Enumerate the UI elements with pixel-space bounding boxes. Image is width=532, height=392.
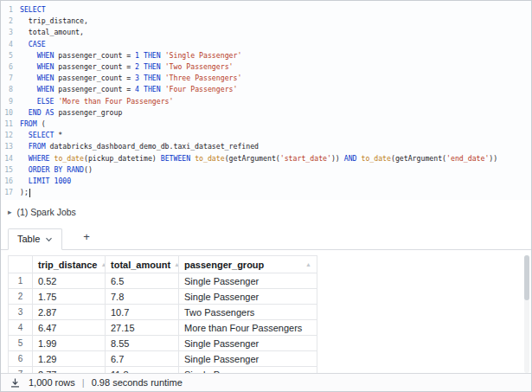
tab-table[interactable]: Table bbox=[8, 228, 62, 250]
runtime-text: 0.98 seconds runtime bbox=[92, 377, 183, 388]
table-cell: Single Passenger bbox=[179, 336, 317, 351]
table-cell: Single Passenger bbox=[179, 273, 317, 289]
column-header-passenger_group[interactable]: passenger_group▲ bbox=[179, 256, 317, 273]
results-tbody: 10.526.5Single Passenger21.757.8Single P… bbox=[9, 273, 317, 376]
line-number: 5 bbox=[1, 50, 20, 61]
line-number: 2 bbox=[1, 16, 20, 27]
sort-icon[interactable]: ▲ bbox=[305, 261, 311, 267]
row-number: 5 bbox=[9, 336, 33, 351]
line-number: 3 bbox=[1, 27, 20, 38]
scrollbar-thumb[interactable] bbox=[524, 255, 529, 300]
table-cell: 6.5 bbox=[106, 273, 179, 289]
tab-table-label: Table bbox=[17, 234, 40, 244]
code-line: 10 END AS passenger_group bbox=[1, 107, 531, 119]
line-number: 15 bbox=[1, 164, 20, 176]
download-icon[interactable] bbox=[10, 378, 20, 388]
code-line: 9 ELSE 'More than Four Passengers' bbox=[1, 96, 531, 107]
spark-jobs-toggle[interactable]: ▸ (1) Spark Jobs bbox=[8, 207, 531, 217]
line-number: 12 bbox=[1, 130, 20, 141]
table-row[interactable]: 10.526.5Single Passenger bbox=[9, 273, 317, 289]
line-number: 7 bbox=[1, 73, 20, 84]
column-label: total_amount bbox=[111, 260, 170, 270]
line-number: 16 bbox=[1, 176, 20, 187]
code-line: 12 SELECT * bbox=[1, 130, 531, 141]
sort-icon[interactable]: ▲ bbox=[100, 261, 105, 267]
vertical-scrollbar[interactable] bbox=[524, 255, 529, 373]
table-row[interactable]: 51.998.55Single Passenger bbox=[9, 336, 317, 351]
results-footer: 1,000 rows | 0.98 seconds runtime bbox=[1, 373, 531, 391]
row-number-header bbox=[9, 256, 33, 273]
row-number: 2 bbox=[9, 289, 33, 305]
table-cell: 1.29 bbox=[33, 351, 106, 367]
column-label: trip_distance bbox=[38, 260, 97, 270]
spark-jobs-label: (1) Spark Jobs bbox=[17, 207, 76, 217]
table-cell: 27.15 bbox=[106, 320, 179, 336]
code-line: 14 WHERE to_date(pickup_datetime) BETWEE… bbox=[1, 153, 531, 164]
code-line: 8 WHEN passenger_count = 4 THEN 'Four Pa… bbox=[1, 84, 531, 95]
results-table: trip_distance▲total_amount▲passenger_gro… bbox=[8, 255, 531, 375]
line-number: 10 bbox=[1, 107, 20, 119]
table-cell: 6.7 bbox=[106, 351, 179, 367]
expand-arrow-icon: ▸ bbox=[8, 209, 12, 216]
code-lines: 1SELECT2 trip_distance,3 total_amount,4 … bbox=[1, 4, 531, 198]
table-cell: Single Passenger bbox=[179, 351, 317, 367]
code-line: 13 FROM databricks_dashboard_demo_db.tax… bbox=[1, 141, 531, 152]
table-cell: 8.55 bbox=[106, 336, 179, 351]
code-line: 16 LIMIT 1000 bbox=[1, 176, 531, 187]
sort-icon[interactable]: ▲ bbox=[174, 261, 178, 267]
line-number: 13 bbox=[1, 141, 20, 152]
code-line: 4 CASE bbox=[1, 39, 531, 50]
add-tab-button[interactable]: + bbox=[76, 228, 97, 249]
table-row[interactable]: 46.4727.15More than Four Passengers bbox=[9, 320, 317, 336]
line-number: 6 bbox=[1, 61, 20, 73]
line-number: 17 bbox=[1, 187, 20, 198]
code-line: 6 WHEN passenger_count = 2 THEN 'Two Pas… bbox=[1, 61, 531, 73]
code-line: 5 WHEN passenger_count = 1 THEN 'Single … bbox=[1, 50, 531, 61]
code-line: 17); bbox=[1, 187, 531, 198]
table-header-row: trip_distance▲total_amount▲passenger_gro… bbox=[9, 256, 317, 273]
table-cell: Single Passenger bbox=[179, 289, 317, 305]
line-number: 14 bbox=[1, 153, 20, 164]
column-header-trip_distance[interactable]: trip_distance▲ bbox=[33, 256, 106, 273]
notebook-cell: 1SELECT2 trip_distance,3 total_amount,4 … bbox=[0, 0, 532, 392]
table-cell: More than Four Passengers bbox=[179, 320, 317, 336]
line-number: 9 bbox=[1, 96, 20, 107]
code-line: 3 total_amount, bbox=[1, 27, 531, 38]
row-number: 4 bbox=[9, 320, 33, 336]
row-number: 1 bbox=[9, 273, 33, 289]
row-number: 3 bbox=[9, 305, 33, 320]
code-line: 1SELECT bbox=[1, 4, 531, 16]
column-header-total_amount[interactable]: total_amount▲ bbox=[106, 256, 179, 273]
row-number: 6 bbox=[9, 351, 33, 367]
table-cell: 10.7 bbox=[106, 305, 179, 320]
text-cursor bbox=[29, 189, 30, 197]
code-line: 2 trip_distance, bbox=[1, 16, 531, 27]
table-cell: 1.75 bbox=[33, 289, 106, 305]
table-cell: Two Passengers bbox=[179, 305, 317, 320]
footer-separator: | bbox=[82, 377, 85, 388]
table-cell: 6.47 bbox=[33, 320, 106, 336]
table-cell: 1.99 bbox=[33, 336, 106, 351]
table-cell: 0.52 bbox=[33, 273, 106, 289]
table-row[interactable]: 21.757.8Single Passenger bbox=[9, 289, 317, 305]
sql-editor[interactable]: 1SELECT2 trip_distance,3 total_amount,4 … bbox=[1, 1, 531, 200]
line-number: 4 bbox=[1, 39, 20, 50]
code-line: 15 ORDER BY RAND() bbox=[1, 164, 531, 176]
table-cell: 7.8 bbox=[106, 289, 179, 305]
column-label: passenger_group bbox=[184, 260, 264, 270]
table-row[interactable]: 61.296.7Single Passenger bbox=[9, 351, 317, 367]
line-number: 11 bbox=[1, 119, 20, 130]
table-row[interactable]: 32.8710.7Two Passengers bbox=[9, 305, 317, 320]
line-number: 1 bbox=[1, 4, 20, 16]
line-number: 8 bbox=[1, 84, 20, 95]
table-cell: 2.87 bbox=[33, 305, 106, 320]
results-tabbar: Table + bbox=[1, 226, 531, 250]
code-line: 7 WHEN passenger_count = 3 THEN 'Three P… bbox=[1, 73, 531, 84]
code-line: 11FROM ( bbox=[1, 119, 531, 130]
rows-count: 1,000 rows bbox=[29, 377, 75, 388]
chevron-down-icon[interactable] bbox=[45, 237, 53, 242]
